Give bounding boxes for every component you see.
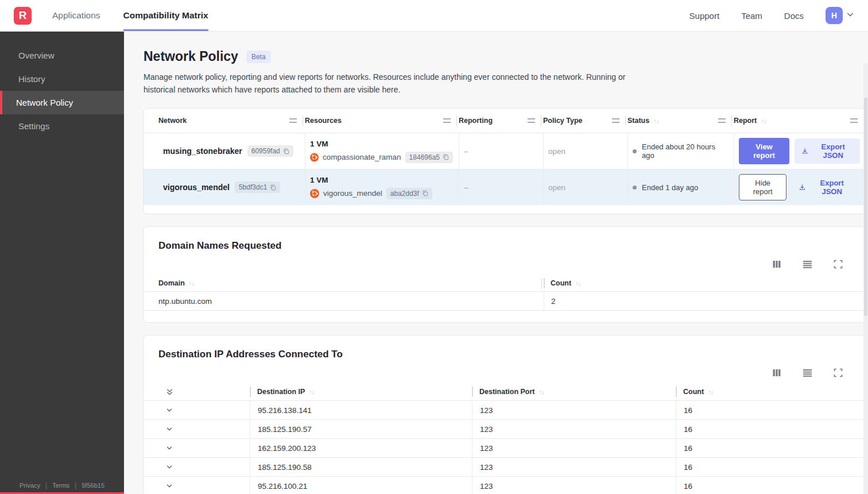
avatar[interactable]: H <box>826 7 843 24</box>
sort-icon[interactable]: ↑↓ <box>761 117 766 124</box>
sidebar-item-history[interactable]: History <box>0 67 124 91</box>
link-team[interactable]: Team <box>741 11 762 21</box>
topbar: R Applications Compatibility Matrix Supp… <box>0 0 868 32</box>
terms-link[interactable]: Terms <box>52 482 69 489</box>
fullscreen-icon[interactable] <box>834 368 843 377</box>
chevron-down-icon[interactable] <box>165 406 173 414</box>
column-header-destination-ip[interactable]: Destination IP ↑↓ <box>250 383 472 400</box>
sidebar-item-settings[interactable]: Settings <box>0 114 124 138</box>
status-dot <box>633 186 637 190</box>
column-resize-handle[interactable] <box>443 118 451 123</box>
vm-id-badge[interactable]: 184696a5 <box>405 152 453 163</box>
destination-port-cell: 123 <box>472 477 676 494</box>
sort-icon[interactable]: ↑↓ <box>708 388 713 395</box>
columns-icon[interactable] <box>772 260 781 269</box>
vm-id-badge[interactable]: aba2dd3f <box>386 188 432 199</box>
column-header-policy-type[interactable]: Policy Type <box>543 109 627 133</box>
hide-report-button[interactable]: Hide report <box>739 174 786 200</box>
chevron-down-icon[interactable] <box>165 444 173 452</box>
column-header-network[interactable]: Network <box>158 109 305 133</box>
network-name: vigorous_mendel <box>163 183 230 192</box>
domains-title: Domain Names Requested <box>144 227 866 252</box>
fullscreen-icon[interactable] <box>834 260 843 269</box>
app-logo[interactable]: R <box>14 7 32 25</box>
domains-table-body: ntp.ubuntu.com 2 <box>144 291 866 311</box>
copy-icon <box>422 190 428 196</box>
networks-table-header: Network Resources Reporting Policy Type … <box>144 109 866 133</box>
destination-port-cell: 123 <box>472 439 676 457</box>
sidebar-footer: Privacy | Terms | 5f56b15 <box>0 481 124 489</box>
column-header-reporting[interactable]: Reporting <box>459 109 543 133</box>
destination-ip-cell: 95.216.138.141 <box>250 401 472 419</box>
status-text: Ended 1 day ago <box>642 183 698 192</box>
column-resize-handle[interactable] <box>850 118 858 123</box>
column-header-resources[interactable]: Resources <box>305 109 459 133</box>
table-row[interactable]: ntp.ubuntu.com 2 <box>144 291 866 311</box>
count-cell: 16 <box>676 401 866 419</box>
sidebar: Overview History Network Policy Settings… <box>0 32 124 494</box>
destination-ip-cell: 185.125.190.57 <box>250 420 472 438</box>
column-resize-handle[interactable] <box>612 118 619 123</box>
scrollbar-thumb[interactable] <box>864 98 867 316</box>
sort-icon[interactable]: ↑↓ <box>575 280 580 287</box>
link-support[interactable]: Support <box>689 11 720 21</box>
sort-icon[interactable]: ↑↓ <box>653 117 658 124</box>
sidebar-item-overview[interactable]: Overview <box>0 44 124 67</box>
column-resize-handle[interactable] <box>528 118 535 123</box>
column-header-count[interactable]: Count ↑↓ <box>676 383 866 400</box>
table-toolbar <box>144 252 866 275</box>
download-icon <box>801 147 808 155</box>
domains-table-header: Domain ↑↓ Count ↑↓ <box>144 275 866 291</box>
top-nav: Applications Compatibility Matrix <box>52 0 231 31</box>
copy-icon <box>283 148 289 155</box>
page-title: Network Policy <box>144 49 238 64</box>
export-json-button[interactable]: Export JSON <box>795 138 860 164</box>
table-row: 162.159.200.123 123 16 <box>144 438 866 457</box>
chevron-down-icon[interactable] <box>165 482 173 490</box>
count-cell: 16 <box>676 439 866 457</box>
page-scrollbar[interactable] <box>863 63 868 494</box>
chevron-down-icon[interactable] <box>165 463 173 471</box>
link-docs[interactable]: Docs <box>784 11 804 21</box>
main-content: Network Policy Beta Manage network polic… <box>124 32 868 494</box>
count-cell: 16 <box>676 458 866 476</box>
columns-icon[interactable] <box>772 368 781 377</box>
copy-icon <box>270 184 276 191</box>
network-id-badge[interactable]: 60959fad <box>247 145 293 157</box>
privacy-link[interactable]: Privacy <box>20 482 40 489</box>
sort-icon[interactable]: ↑↓ <box>309 388 314 395</box>
row-density-icon[interactable] <box>803 260 812 269</box>
expand-all-icon[interactable] <box>165 388 174 396</box>
sidebar-item-network-policy[interactable]: Network Policy <box>0 91 124 114</box>
topbar-right: Support Team Docs H <box>689 0 854 31</box>
column-resize-handle[interactable] <box>289 118 297 123</box>
tab-compatibility-matrix[interactable]: Compatibility Matrix <box>123 0 208 31</box>
copy-icon <box>443 154 449 160</box>
column-header-status[interactable]: Status ↑↓ <box>627 109 734 133</box>
sort-icon[interactable]: ↑↓ <box>189 280 194 287</box>
column-header-count[interactable]: Count ↑↓ <box>544 275 866 291</box>
table-row: 185.125.190.57 123 16 <box>144 419 866 438</box>
table-row: 95.216.100.21 123 16 <box>144 476 866 494</box>
page-description: Manage network policy, reporting and vie… <box>144 71 652 96</box>
destinations-table-body: 95.216.138.141 123 16 185.125.190.57 123 <box>144 400 866 494</box>
count-cell: 16 <box>676 477 866 494</box>
export-json-button[interactable]: Export JSON <box>792 175 860 200</box>
sort-icon[interactable]: ↑↓ <box>539 388 544 395</box>
view-report-button[interactable]: View report <box>739 138 789 164</box>
column-resize-handle[interactable] <box>718 118 726 123</box>
column-header-destination-port[interactable]: Destination Port ↑↓ <box>472 383 676 400</box>
policy-type-value: open <box>548 183 622 192</box>
reporting-value: – <box>464 147 537 156</box>
row-density-icon[interactable] <box>803 368 812 377</box>
network-id-badge[interactable]: 5bdf3dc1 <box>235 182 280 193</box>
column-header-domain[interactable]: Domain ↑↓ <box>158 275 544 291</box>
column-header-report[interactable]: Report ↑↓ <box>734 109 866 133</box>
vm-count: 1 VM <box>310 140 453 148</box>
user-menu[interactable]: H <box>826 7 854 24</box>
tab-applications[interactable]: Applications <box>52 0 100 31</box>
destination-ip-cell: 95.216.100.21 <box>250 477 472 494</box>
chevron-down-icon[interactable] <box>165 425 173 433</box>
policy-type-value: open <box>548 147 622 156</box>
count-cell: 16 <box>676 420 866 438</box>
